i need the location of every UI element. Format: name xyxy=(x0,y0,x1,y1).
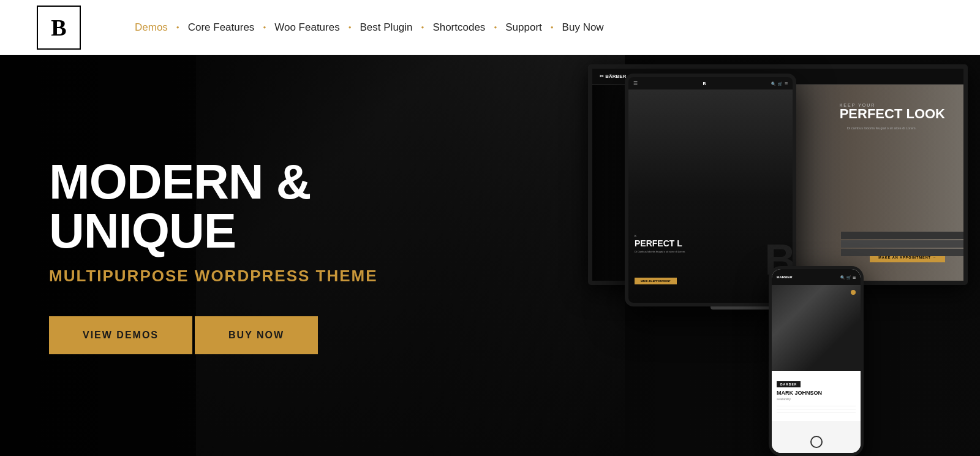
phone-person-name: MARK JOHNSON xyxy=(777,390,856,396)
phone-availability-label: availability xyxy=(777,397,856,401)
tablet-text-overlay: K PERFECT L Di Cambus lobortis feugiat o… xyxy=(635,234,786,254)
nav-dot: ● xyxy=(349,25,352,30)
phone-divider xyxy=(777,412,856,412)
phone-search-icon: 🔍 xyxy=(840,275,845,279)
phone-info-box: BARBER MARK JOHNSON availability xyxy=(772,371,861,421)
tablet-hero-desc: Di Cambus lobortis feugiat o sit alore d… xyxy=(635,250,786,254)
hero-content: MODERN & UNIQUE MULTIPURPOSE WORDPRESS T… xyxy=(0,158,380,354)
nav-item-buy-now[interactable]: Buy Now xyxy=(557,21,609,34)
logo[interactable]: B xyxy=(37,6,81,50)
phone-body: BARBER 🔍 🛒 ☰ BARBER xyxy=(769,266,864,456)
main-nav: Demos ● Core Features ● Woo Features ● B… xyxy=(130,21,609,34)
header: B Demos ● Core Features ● Woo Features ●… xyxy=(0,0,980,55)
tablet-screen: ☰ B 🔍 🛒 ☰ B K PER xyxy=(628,77,793,303)
phone-menu-icon: ☰ xyxy=(853,275,856,279)
phone-divider xyxy=(777,409,856,409)
phone-cart-icon: 🛒 xyxy=(846,275,851,279)
tablet-search-icon: 🔍 xyxy=(771,82,775,86)
tablet-user-icon: ☰ xyxy=(785,82,788,86)
hero-subtitle: MULTIPURPOSE WORDPRESS THEME xyxy=(49,267,380,286)
phone-screen: BARBER 🔍 🛒 ☰ BARBER xyxy=(772,269,861,453)
nav-dot: ● xyxy=(176,25,179,30)
phone-badge: BARBER xyxy=(777,381,801,387)
phone-home-button xyxy=(810,436,823,448)
tablet-kp-label: K xyxy=(635,234,786,238)
phone-content-area: BARBER MARK JOHNSON availability xyxy=(772,285,861,453)
phone-divider xyxy=(777,406,856,406)
tablet-btn: MAKE AN APPOINTMENT xyxy=(635,278,677,284)
phone-brand-label: BARBER xyxy=(777,275,793,279)
devices-area: ✂ BÄRBER About Services Shop Portfolio B… xyxy=(453,55,980,456)
tablet-hamburger-icon: ☰ xyxy=(633,81,638,86)
large-display-logo: ✂ BÄRBER xyxy=(600,74,626,79)
hero-section: MODERN & UNIQUE MULTIPURPOSE WORDPRESS T… xyxy=(0,55,980,456)
nav-item-shortcodes[interactable]: Shortcodes xyxy=(428,21,490,34)
buy-now-button[interactable]: BUY NOW xyxy=(195,316,318,354)
nav-dot: ● xyxy=(263,25,266,30)
tablet-hero-big: PERFECT L xyxy=(635,239,786,248)
large-hero-text: KEEP YOUR PERFECT LOOK Di cambus loborti… xyxy=(840,103,945,131)
tablet-top-bar: ☰ B 🔍 🛒 ☰ xyxy=(628,77,793,89)
logo-letter: B xyxy=(51,14,66,41)
nav-dot: ● xyxy=(494,25,497,30)
nav-item-best-plugin[interactable]: Best Plugin xyxy=(355,21,418,34)
nav-item-support[interactable]: Support xyxy=(500,21,547,34)
view-demos-button[interactable]: VIEW DEMOS xyxy=(49,316,192,354)
phone-image-area xyxy=(772,285,861,371)
phone-person-image xyxy=(772,285,861,371)
nav-item-demos[interactable]: Demos xyxy=(130,21,173,34)
phone-dividers xyxy=(777,406,856,412)
large-hero-big: PERFECT LOOK xyxy=(840,107,945,121)
tablet-icons: 🔍 🛒 ☰ xyxy=(771,82,788,86)
phone-header-icons: 🔍 🛒 ☰ xyxy=(840,275,856,279)
phone-header: BARBER 🔍 🛒 ☰ xyxy=(772,269,861,285)
tablet-cart-icon: 🛒 xyxy=(778,82,782,86)
phone-mockup: BARBER 🔍 🛒 ☰ BARBER xyxy=(769,266,864,456)
tablet-logo: B xyxy=(703,82,706,86)
hero-buttons: VIEW DEMOS BUY NOW xyxy=(49,316,380,354)
tablet-hero-area: B K PERFECT L Di Cambus lobortis feugiat… xyxy=(628,89,793,303)
phone-orange-dot xyxy=(851,290,856,295)
nav-item-woo-features[interactable]: Woo Features xyxy=(270,21,344,34)
nav-item-core-features[interactable]: Core Features xyxy=(183,21,260,34)
nav-dot: ● xyxy=(421,25,424,30)
hero-title: MODERN & UNIQUE xyxy=(49,158,380,256)
large-hero-desc: Di cambus lobortis feugiat o sit alore d… xyxy=(847,126,945,131)
nav-dot: ● xyxy=(551,25,554,30)
